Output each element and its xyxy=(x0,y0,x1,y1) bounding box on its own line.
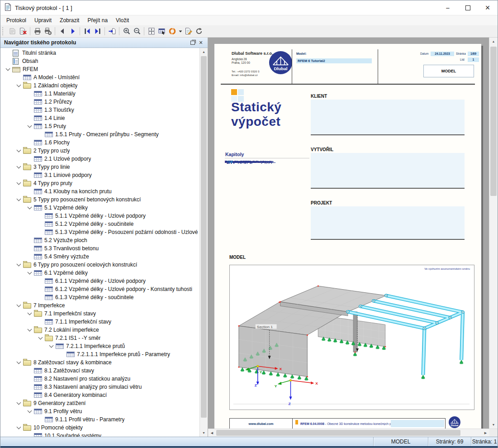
tree-item[interactable]: 8.1 Zatěžovací stavy xyxy=(0,367,199,375)
tree-item[interactable]: 10.1 Souřadné systémy xyxy=(0,432,199,437)
tree-item[interactable]: 1.5 Pruty xyxy=(0,122,199,130)
expand-chevron-icon[interactable] xyxy=(14,150,23,152)
tree-item[interactable]: 8.2 Nastavení pro statickou analýzu xyxy=(0,375,199,383)
tree-item[interactable]: 8 Zatěžovací stavy & kombinace xyxy=(0,358,199,367)
expand-chevron-icon[interactable] xyxy=(14,199,23,200)
color-scheme-dropdown-button[interactable] xyxy=(177,26,183,36)
color-scheme-button[interactable] xyxy=(167,26,177,36)
tree-item[interactable]: 1.3 Tloušťky xyxy=(0,106,199,114)
tree-item[interactable]: Obsah xyxy=(0,57,199,65)
expand-chevron-icon[interactable] xyxy=(14,427,23,429)
tree-item[interactable]: A Model - Umístění xyxy=(0,73,199,81)
zoom-in-button[interactable] xyxy=(121,26,132,36)
tree-item[interactable]: 9.1.1 Profil větru - Parametry xyxy=(0,415,199,424)
go-to-page-button[interactable] xyxy=(107,26,117,36)
expand-chevron-icon[interactable] xyxy=(25,410,34,412)
minimize-button[interactable]: − xyxy=(438,0,458,15)
tree-item[interactable]: 1 Základní objekty xyxy=(0,81,199,90)
tree-item[interactable]: Titulní stránka xyxy=(0,49,199,57)
preview-horizontal-scrollbar[interactable]: ◀ ▶ xyxy=(208,429,489,437)
tree-item[interactable]: 7.2.1.1.1 Imperfekce prutů - Parametry xyxy=(0,350,199,358)
tree-item[interactable]: 7.1 Imperfekční stavy xyxy=(0,310,199,318)
tree-item[interactable]: 5.1 Vzpěrné délky xyxy=(0,204,199,212)
menu-item-2[interactable]: Zobrazit xyxy=(56,15,83,25)
scroll-left-icon[interactable]: ◀ xyxy=(208,429,216,437)
tree-item[interactable]: 6.1.1 Vzpěrné délky - Uzlové podpory xyxy=(0,277,199,285)
expand-chevron-icon[interactable] xyxy=(36,337,45,339)
tree-item[interactable]: 9 Generátory zatížení xyxy=(0,399,199,407)
navigator-scrollbar[interactable]: ▲ ▼ xyxy=(199,48,208,437)
tree-item[interactable]: 4 Typy pro pruty xyxy=(0,179,199,187)
delete-protocol-button[interactable] xyxy=(18,26,28,36)
float-panel-button[interactable] xyxy=(189,38,197,47)
expand-chevron-icon[interactable] xyxy=(47,345,56,347)
tree-item[interactable]: 5.3 Trvanlivosti betonu xyxy=(0,244,199,253)
preview-vertical-scrollbar[interactable]: ▲ ▼ xyxy=(489,38,498,429)
tree-item[interactable]: 5.1.3 Vzpěrné délky - Posouzení požární … xyxy=(0,228,199,236)
table-settings-button[interactable] xyxy=(157,26,167,36)
tree-item[interactable]: 7.1.1 Imperfekční stavy xyxy=(0,318,199,326)
menu-item-1[interactable]: Upravit xyxy=(30,15,56,25)
tree-item[interactable]: 4.1 Klouby na koncích prutu xyxy=(0,187,199,195)
tree-item[interactable]: 8.3 Nastavení analýzy pro simulaci větru xyxy=(0,383,199,391)
expand-chevron-icon[interactable] xyxy=(3,68,12,70)
print-preview-button[interactable] xyxy=(7,26,18,36)
tree-item[interactable]: RFEM xyxy=(0,65,199,73)
expand-chevron-icon[interactable] xyxy=(14,85,23,86)
expand-chevron-icon[interactable] xyxy=(14,305,23,306)
expand-chevron-icon[interactable] xyxy=(25,272,34,274)
tree-item[interactable]: 1.6 Plochy xyxy=(0,138,199,147)
expand-chevron-icon[interactable] xyxy=(14,166,23,168)
print-button[interactable] xyxy=(32,26,43,36)
scroll-right-icon[interactable]: ▶ xyxy=(482,429,489,437)
last-page-button[interactable] xyxy=(92,26,103,36)
scroll-down-icon[interactable]: ▼ xyxy=(489,421,498,429)
tree-item[interactable]: 8.4 Generátory kombinací xyxy=(0,391,199,399)
tree-item[interactable]: 1.4 Linie xyxy=(0,114,199,122)
tree-item[interactable]: 3.1 Liniové podpory xyxy=(0,171,199,179)
tree-item[interactable]: 1.2 Průřezy xyxy=(0,98,199,106)
expand-chevron-icon[interactable] xyxy=(25,313,34,315)
tree-item[interactable]: 7.2.1.1 Imperfekce prutů xyxy=(0,342,199,350)
preview-hscroll-thumb[interactable] xyxy=(216,430,460,436)
tree-item[interactable]: 5.4 Směry výztuže xyxy=(0,253,199,261)
tree-item[interactable]: 7.2 Lokální imperfekce xyxy=(0,326,199,334)
tree-item[interactable]: 5.1.1 Vzpěrné délky - Uzlové podpory xyxy=(0,212,199,220)
close-panel-button[interactable]: × xyxy=(197,38,205,47)
first-page-button[interactable] xyxy=(82,26,92,36)
edit-protocol-button[interactable] xyxy=(183,26,194,36)
expand-chevron-icon[interactable] xyxy=(25,329,34,331)
tree-item[interactable]: 5.2 Výztuže ploch xyxy=(0,236,199,244)
tree-item[interactable]: 1.1 Materiály xyxy=(0,90,199,98)
zoom-out-button[interactable] xyxy=(132,26,142,36)
navigator-scroll-thumb[interactable] xyxy=(201,56,207,418)
tree-item[interactable]: 2.1 Uzlové podpory xyxy=(0,155,199,163)
tree-item[interactable]: 2 Typy pro uzly xyxy=(0,147,199,155)
menu-item-0[interactable]: Protokol xyxy=(2,15,30,25)
scroll-up-icon[interactable]: ▲ xyxy=(489,38,498,45)
scroll-down-icon[interactable]: ▼ xyxy=(200,429,208,437)
expand-chevron-icon[interactable] xyxy=(14,182,23,184)
menu-item-3[interactable]: Přejít na xyxy=(83,15,112,25)
close-button[interactable]: × xyxy=(478,0,498,15)
previous-page-button[interactable] xyxy=(57,26,67,36)
expand-chevron-icon[interactable] xyxy=(25,125,34,127)
tree-item[interactable]: 5.1.2 Vzpěrné délky - součinitele xyxy=(0,220,199,228)
menu-item-4[interactable]: Vložit xyxy=(112,15,133,25)
tree-item[interactable]: 5 Typy pro posouzení betonových konstruk… xyxy=(0,195,199,204)
scroll-up-icon[interactable]: ▲ xyxy=(200,48,208,56)
tree-item[interactable]: 6.1.2 Vzpěrné délky - Uzlové podpory - K… xyxy=(0,285,199,293)
preview-vscroll-thumb[interactable] xyxy=(490,47,497,196)
tree-item[interactable]: 7 Imperfekce xyxy=(0,301,199,310)
toolbar-grip[interactable] xyxy=(2,27,5,35)
expand-chevron-icon[interactable] xyxy=(14,362,23,363)
fit-page-button[interactable] xyxy=(146,26,157,36)
expand-chevron-icon[interactable] xyxy=(14,402,23,404)
tree-item[interactable]: 3 Typy pro linie xyxy=(0,163,199,171)
tree-item[interactable]: 6 Typy pro posouzení ocelových konstrukc… xyxy=(0,261,199,269)
tree-item[interactable]: 9.1 Profily větru xyxy=(0,407,199,415)
tree-item[interactable]: 7.2.1 IS1 - -Y směr xyxy=(0,334,199,342)
next-page-button[interactable] xyxy=(67,26,78,36)
refresh-button[interactable] xyxy=(194,26,204,36)
maximize-button[interactable] xyxy=(458,0,478,15)
